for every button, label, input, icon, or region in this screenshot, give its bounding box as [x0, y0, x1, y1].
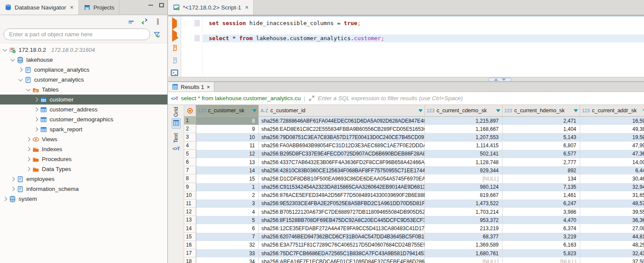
cell-c_current_addr_sk[interactable]: 44,81: [580, 233, 644, 241]
tree-item-spark-report[interactable]: spark_report: [0, 124, 167, 134]
cell-c_customer_id[interactable]: sha256:876ACE5EFED349A2D56F77D5084891433…: [259, 191, 425, 200]
sort-dropdown-icon[interactable]: [252, 109, 257, 112]
chevron-right-icon[interactable]: [26, 167, 31, 171]
row-number[interactable]: 12: [184, 208, 196, 216]
row-number[interactable]: 15: [184, 233, 196, 241]
tree-item-system[interactable]: system: [0, 194, 167, 204]
cell-c_customer_sk[interactable]: 10: [196, 133, 259, 141]
cell-c_customer_sk[interactable]: 4: [196, 208, 259, 216]
cell-c_current_cdemo_sk[interactable]: 929,344: [425, 166, 503, 174]
chevron-right-icon[interactable]: [34, 127, 38, 132]
row-number[interactable]: 7: [184, 166, 196, 174]
cell-c_customer_sk[interactable]: 3: [196, 200, 259, 208]
cell-c_current_addr_sk[interactable]: 37,50: [580, 257, 644, 263]
cell-c_current_cdemo_sk[interactable]: 1,215,897: [425, 117, 503, 125]
row-number[interactable]: 2: [184, 125, 196, 133]
cell-c_customer_sk[interactable]: 9: [196, 125, 259, 133]
tab-projects[interactable]: Projects: [79, 0, 120, 15]
results-filter-input[interactable]: Enter a SQL expression to filter results…: [318, 95, 463, 101]
collapse-down-icon[interactable]: [502, 79, 506, 81]
tree-item-172-18-0-2[interactable]: 172.18.0.2172.18.0.2:31604: [0, 45, 167, 55]
cell-c_current_cdemo_sk[interactable]: 1,128,748: [425, 158, 503, 166]
filter-icon[interactable]: [154, 31, 160, 38]
tab-script-1[interactable]: *<172.18.0.2> Script-1 ×: [168, 0, 254, 15]
cell-c_current_hdemo_sk[interactable]: 2,471: [503, 117, 580, 125]
collapse-all-icon[interactable]: [128, 18, 135, 25]
chevron-right-icon[interactable]: [11, 187, 15, 191]
cell-c_customer_id[interactable]: sha256:75DC7FCB6686EDA72565C1B838CA7FC43…: [259, 249, 425, 257]
cell-c_current_hdemo_sk[interactable]: 2,777: [503, 158, 580, 166]
cell-c_current_addr_sk[interactable]: 47,99: [580, 142, 644, 150]
row-number[interactable]: 1: [184, 117, 196, 125]
tree-item-compliance-analytics[interactable]: compliance_analytics: [0, 65, 167, 75]
cell-c_current_cdemo_sk[interactable]: 68,377: [425, 233, 503, 241]
cell-c_customer_id[interactable]: sha256:ABEA16E7E1ECBDCA6E01CE1095D84E37C…: [259, 257, 425, 263]
cell-c_current_cdemo_sk[interactable]: [NULL]: [425, 257, 503, 263]
tab-database-navigator[interactable]: Database Navigator ×: [0, 0, 79, 15]
tab-text-view[interactable]: Text <>T: [172, 133, 181, 152]
maximize-icon[interactable]: [159, 3, 164, 7]
chevron-right-icon[interactable]: [3, 197, 7, 201]
row-number[interactable]: 18: [184, 257, 196, 263]
row-number[interactable]: 13: [184, 216, 196, 224]
cell-c_current_addr_sk[interactable]: 48,57: [580, 200, 644, 208]
cell-c_current_hdemo_sk[interactable]: 892: [503, 166, 580, 174]
chevron-right-icon[interactable]: [19, 68, 23, 72]
splitter-collapse-controls[interactable]: [488, 78, 512, 82]
open-sql-console-icon[interactable]: >_: [171, 70, 178, 76]
cell-c_customer_id[interactable]: sha256:9E52303CE4FBA2E2F0525E8A5BFBD2C1A…: [259, 200, 425, 208]
row-number[interactable]: 6: [184, 158, 196, 166]
cell-c_customer_id[interactable]: sha256:4337C7AB6432E3B06FF4A3636FD2F8CC8…: [259, 158, 425, 166]
cell-c_current_hdemo_sk[interactable]: 5,823: [503, 249, 580, 257]
select-all-corner[interactable]: [184, 105, 196, 117]
cell-c_current_cdemo_sk[interactable]: 1,473,522: [425, 200, 503, 208]
cell-c_customer_id[interactable]: sha256:B295D8FC337E9E4FECD0725D907ACD6B6…: [259, 150, 425, 158]
tree-item-lakehouse[interactable]: lakehouse: [0, 55, 167, 65]
sql-code-area[interactable]: set session hide_inaccessible_columns = …: [203, 16, 644, 77]
chevron-down-icon[interactable]: [3, 47, 7, 51]
chevron-down-icon[interactable]: [26, 87, 31, 91]
cell-c_customer_sk[interactable]: 15: [196, 174, 259, 183]
cell-c_customer_sk[interactable]: 2: [196, 191, 259, 200]
cell-c_current_addr_sk[interactable]: 14,00: [580, 158, 644, 166]
cell-c_current_cdemo_sk[interactable]: 1,680,761: [425, 249, 503, 257]
cell-c_customer_sk[interactable]: 33: [196, 249, 259, 257]
row-number[interactable]: 17: [184, 249, 196, 257]
cell-c_customer_id[interactable]: sha256:D1CDF8DBB10F500EA9693C86DE6DEAA05…: [259, 174, 425, 183]
cell-c_current_hdemo_sk[interactable]: 7,135: [503, 183, 580, 191]
column-header-c_customer_id[interactable]: A-Zc_customer_id: [259, 105, 425, 117]
cell-c_current_hdemo_sk[interactable]: 6,807: [503, 142, 580, 150]
cell-c_current_cdemo_sk[interactable]: 819,667: [425, 191, 503, 200]
sort-dropdown-icon[interactable]: [496, 109, 500, 112]
tree-item-customer-analytics[interactable]: customer_analytics: [0, 75, 167, 85]
close-icon[interactable]: ×: [207, 84, 210, 90]
tree-item-customer-address[interactable]: customer_address: [0, 105, 167, 114]
object-filter-input[interactable]: [3, 29, 150, 40]
chevron-right-icon[interactable]: [34, 108, 38, 112]
chevron-right-icon[interactable]: [11, 177, 15, 181]
expand-filter-icon[interactable]: [308, 95, 315, 101]
cell-c_current_cdemo_sk[interactable]: 1,207,553: [425, 133, 503, 141]
tree-item-views[interactable]: Views: [0, 134, 167, 144]
cell-c_customer_sk[interactable]: 12: [196, 150, 259, 158]
tab-grid-view[interactable]: Grid: [172, 107, 181, 129]
cell-c_current_cdemo_sk[interactable]: 1,168,667: [425, 125, 503, 133]
cell-c_current_hdemo_sk[interactable]: 1,404: [503, 125, 580, 133]
cell-c_customer_id[interactable]: sha256:42810C83B0360CE125634F068BAF8FF75…: [259, 166, 425, 174]
execute-script-icon[interactable]: [171, 44, 178, 51]
cell-c_current_addr_sk[interactable]: 16,59: [580, 117, 644, 125]
cell-c_customer_id[interactable]: sha256:E3A77511F81C7289C76C4065217D5D406…: [259, 241, 425, 249]
collapse-up-icon[interactable]: [494, 79, 498, 81]
cell-c_customer_sk[interactable]: 13: [196, 158, 259, 166]
cell-c_customer_sk[interactable]: 1: [196, 183, 259, 191]
view-menu-icon[interactable]: [154, 18, 161, 25]
row-number[interactable]: 3: [184, 133, 196, 141]
row-number[interactable]: 4: [184, 142, 196, 150]
cell-c_current_addr_sk[interactable]: 32,94: [580, 183, 644, 191]
cell-c_customer_id[interactable]: sha256:C9115342454A2323DA815865CAA326064…: [259, 183, 425, 191]
cell-c_customer_sk[interactable]: 7: [196, 233, 259, 241]
close-icon[interactable]: ×: [245, 4, 248, 11]
cell-c_current_addr_sk[interactable]: 48,29: [580, 241, 644, 249]
chevron-down-icon[interactable]: [19, 77, 23, 81]
cell-c_current_hdemo_sk[interactable]: [NULL]: [503, 257, 580, 263]
